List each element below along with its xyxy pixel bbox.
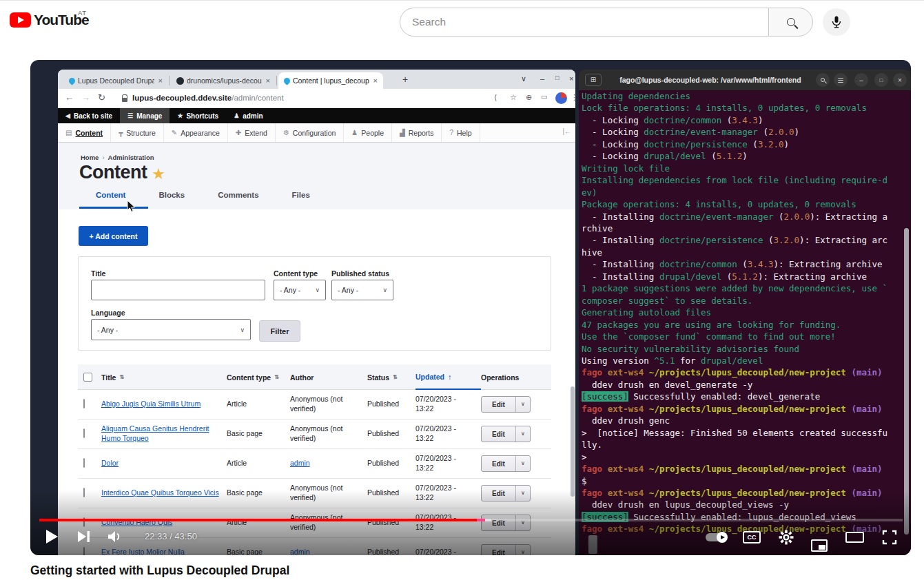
terminal-line: - Installing doctrine/persistence (3.2.0… <box>582 234 910 246</box>
chevron-down-icon: ∨ <box>315 287 320 293</box>
video-player[interactable]: Lupus Decoupled Drupal×drunomics/lupus-d… <box>30 60 911 555</box>
video-title: Getting started with Lupus Decoupled Dru… <box>30 563 289 578</box>
miniplayer-button[interactable] <box>811 539 828 552</box>
terminal-search-icon <box>816 73 830 87</box>
admin-menu-content: ▤Content <box>58 123 111 142</box>
tab-close-icon: × <box>265 76 271 85</box>
browser-scrollbar[interactable] <box>571 386 575 497</box>
updated-cell: 07/20/2023 - <box>415 548 481 555</box>
drupal-drop-icon <box>68 76 76 85</box>
microphone-icon <box>831 16 842 28</box>
chevron-down-icon: ∨ <box>516 401 530 408</box>
browser-address-bar: ← → ↻ lupus-decoupled.ddev.site/admin/co… <box>58 89 575 108</box>
table-row: Abigo Jugis Quia Similis UtrumArticleAno… <box>78 390 551 420</box>
filter-language-select[interactable]: - Any -∨ <box>91 319 251 340</box>
mouse-cursor <box>127 200 136 213</box>
tab-label: drunomics/lupus-decoup <box>187 76 262 85</box>
voice-search-button[interactable] <box>823 8 850 36</box>
updated-cell: 07/20/2023 - 13:22 <box>415 395 481 413</box>
terminal-line: - Locking doctrine/common (3.4.3) <box>582 114 910 126</box>
star-icon: ★ <box>177 112 183 119</box>
reports-icon: ▟ <box>400 129 405 136</box>
edit-dropdown-button: Edit∨ <box>481 485 531 501</box>
terminal-line: 47 packages you are using are looking fo… <box>582 319 910 331</box>
header-author: Author <box>290 373 367 382</box>
author-cell: Anonymous (not verified) <box>290 395 367 413</box>
terminal-line: - Installing doctrine/common (3.4.3): Ex… <box>582 258 910 270</box>
breadcrumb-home: Home <box>81 154 99 161</box>
header-operations: Operations <box>481 373 551 382</box>
search-button[interactable] <box>768 8 813 37</box>
progress-remaining <box>491 519 903 521</box>
chevron-down-icon: ∨ <box>516 549 530 555</box>
filter-submit-button[interactable]: Filter <box>259 320 300 342</box>
progress-bar[interactable] <box>39 519 903 521</box>
header-status: Status ⇅ <box>367 373 415 382</box>
toolbar-item-admin: ♟admin <box>226 108 271 123</box>
filter-published-select[interactable]: - Any -∨ <box>331 280 393 300</box>
header-updated: Updated ↑ <box>415 364 481 390</box>
active-tab-underline <box>79 207 148 209</box>
tab-label: Lupus Decoupled Drupal <box>78 76 154 85</box>
filter-language-label: Language <box>91 309 125 317</box>
terminal-line: ev) <box>582 187 910 198</box>
admin-menu-structure: ┳Structure <box>111 123 164 142</box>
toolbar-item-manage: ☰Manage <box>120 108 170 123</box>
terminal-line: Writing lock file <box>582 163 910 174</box>
settings-gear-button[interactable] <box>778 529 794 546</box>
toolbar-item-shortcuts: ★Shortcuts <box>170 108 226 123</box>
search-input[interactable] <box>412 16 743 28</box>
updated-cell: 07/20/2023 - 13:22 <box>415 424 481 443</box>
page-title: Content★ <box>79 162 164 183</box>
terminal-minimize-icon: – <box>854 73 868 87</box>
favorite-star-icon: ★ <box>152 167 164 181</box>
captions-button[interactable]: CC <box>743 531 761 543</box>
browser-tab-0: Lupus Decoupled Drupal× <box>63 72 168 89</box>
content-icon: ▤ <box>65 129 72 136</box>
tab-close-icon: × <box>372 76 379 85</box>
autoplay-knob <box>717 532 728 543</box>
terminal-scrollbar[interactable] <box>904 228 909 535</box>
content-title-link: Dolor <box>101 459 119 467</box>
fullscreen-button[interactable] <box>881 529 898 546</box>
filter-published-label: Published status <box>331 269 389 278</box>
terminal-line: fago ext-ws4 ~/projects/lupus_decoupled/… <box>582 403 910 415</box>
next-button[interactable] <box>77 530 91 543</box>
play-button[interactable] <box>44 528 59 545</box>
filter-title-input[interactable] <box>91 280 265 300</box>
browser-tabsearch-icon: ∨ <box>521 74 526 83</box>
menu-kebab-icon: ⋮ <box>571 93 578 102</box>
content-type-cell: Article <box>227 459 290 468</box>
add-content-button[interactable]: + Add content <box>79 226 148 246</box>
author-link: admin <box>290 459 310 467</box>
autoplay-toggle[interactable] <box>706 533 726 541</box>
filter-panel: Title Content type - Any -∨ Published st… <box>78 256 551 351</box>
bookmark-star-icon: ☆ <box>510 93 517 102</box>
share-icon: ⟨ <box>494 93 497 102</box>
content-table: Title ⇅Content type ⇅AuthorStatus ⇅Updat… <box>78 364 551 555</box>
row-checkbox <box>83 547 85 555</box>
edit-dropdown-button: Edit∨ <box>481 396 531 413</box>
filter-content-type-select[interactable]: - Any -∨ <box>274 280 326 300</box>
terminal-titlebar: ⊞ fago@lupus-decoupled-web: /var/www/htm… <box>579 70 911 90</box>
terminal-line: ddev drush genc <box>582 415 910 426</box>
edit-dropdown-button: Edit∨ <box>481 426 531 442</box>
status-cell: Published <box>367 459 415 468</box>
terminal-line: > <box>582 451 910 463</box>
terminal-title: fago@lupus-decoupled-web: /var/www/html/… <box>606 76 814 84</box>
breadcrumb: Home›Administration <box>81 154 154 161</box>
youtube-logo[interactable]: YouTube <box>10 12 89 28</box>
terminal-scroll-handle <box>588 535 597 554</box>
chevron-down-icon: ∨ <box>240 327 245 333</box>
table-row: Interdico Quae Quibus Torqueo VicisBasic… <box>78 479 551 508</box>
terminal-line: [success] Successfully enabled: devel_ge… <box>582 391 910 402</box>
structure-icon: ┳ <box>119 129 123 136</box>
theater-mode-button[interactable] <box>845 532 864 543</box>
row-checkbox <box>83 399 85 408</box>
tab-close-icon: × <box>157 76 164 85</box>
volume-button[interactable] <box>107 530 124 543</box>
terminal-line: Installing dependencies from lock file (… <box>582 174 910 186</box>
terminal-close-icon: × <box>893 73 907 87</box>
edit-dropdown-button: Edit∨ <box>481 544 531 555</box>
github-icon <box>176 77 184 85</box>
